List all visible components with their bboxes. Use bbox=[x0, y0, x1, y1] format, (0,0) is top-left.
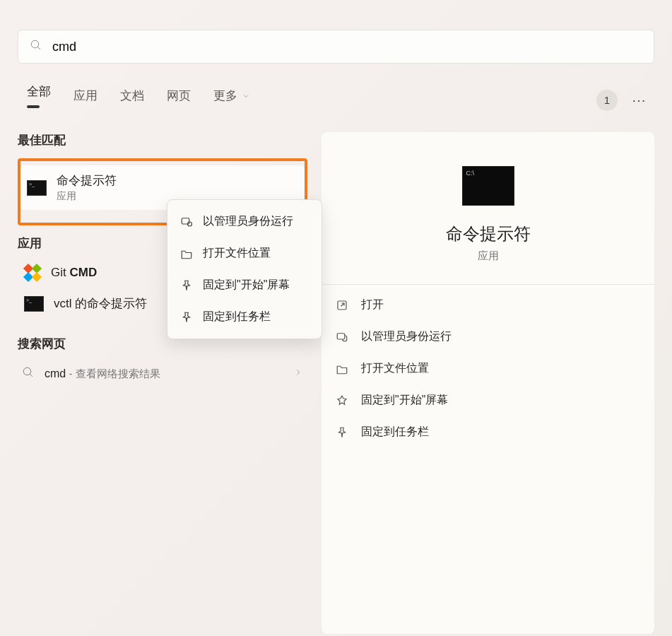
detail-title: 命令提示符 bbox=[322, 223, 654, 245]
open-icon bbox=[336, 299, 348, 312]
detail-app-icon bbox=[462, 166, 514, 206]
folder-icon bbox=[180, 247, 193, 260]
action-open[interactable]: 打开 bbox=[330, 289, 646, 321]
svg-line-1 bbox=[37, 47, 40, 49]
action-pin-start-label: 固定到"开始"屏幕 bbox=[361, 393, 448, 408]
tab-web[interactable]: 网页 bbox=[167, 88, 191, 112]
cmd-icon bbox=[24, 296, 44, 312]
search-input[interactable] bbox=[52, 40, 642, 54]
detail-pane: 命令提示符 应用 打开 以管理员身份运行 打开文件位置 固定到"开始"屏幕 固定… bbox=[322, 132, 654, 634]
ctx-run-admin-label: 以管理员身份运行 bbox=[203, 214, 293, 229]
action-run-admin-label: 以管理员身份运行 bbox=[361, 329, 452, 344]
chevron-down-icon bbox=[242, 92, 250, 100]
tab-docs[interactable]: 文档 bbox=[120, 88, 144, 112]
ctx-pin-taskbar-label: 固定到任务栏 bbox=[203, 310, 271, 324]
svg-rect-5 bbox=[337, 333, 345, 338]
action-open-label: 打开 bbox=[361, 298, 384, 312]
best-match-subtitle: 应用 bbox=[57, 190, 117, 203]
action-open-location-label: 打开文件位置 bbox=[361, 361, 429, 376]
tab-more-label: 更多 bbox=[213, 88, 237, 104]
action-pin-taskbar[interactable]: 固定到任务栏 bbox=[330, 416, 646, 448]
ctx-pin-start-label: 固定到"开始"屏幕 bbox=[203, 278, 290, 293]
chevron-right-icon bbox=[293, 367, 303, 380]
pin-icon bbox=[336, 394, 348, 407]
tab-more[interactable]: 更多 bbox=[213, 88, 250, 112]
web-search-result[interactable]: cmd - 查看网络搜索结果 bbox=[18, 358, 307, 390]
pin-icon bbox=[180, 311, 193, 324]
more-options-button[interactable]: ⋯ bbox=[629, 89, 650, 112]
pin-icon bbox=[336, 426, 348, 439]
result-git-cmd-title: Git CMD bbox=[51, 266, 97, 280]
tab-all[interactable]: 全部 bbox=[27, 83, 51, 117]
folder-icon bbox=[336, 363, 348, 375]
ctx-open-location[interactable]: 打开文件位置 bbox=[167, 237, 322, 269]
best-match-title: 命令提示符 bbox=[57, 172, 117, 189]
web-search-text: cmd - 查看网络搜索结果 bbox=[45, 367, 160, 381]
search-bar[interactable] bbox=[18, 30, 654, 64]
shield-icon bbox=[180, 216, 193, 228]
detail-subtitle: 应用 bbox=[322, 249, 654, 263]
notification-badge[interactable]: 1 bbox=[596, 90, 618, 111]
svg-point-2 bbox=[23, 367, 31, 375]
result-vctl-title: vctl 的命令提示符 bbox=[54, 295, 147, 312]
action-pin-start[interactable]: 固定到"开始"屏幕 bbox=[330, 384, 646, 416]
action-pin-taskbar-label: 固定到任务栏 bbox=[361, 425, 429, 440]
git-icon bbox=[24, 264, 41, 281]
search-icon bbox=[30, 39, 42, 54]
svg-point-0 bbox=[31, 40, 39, 48]
ctx-pin-taskbar[interactable]: 固定到任务栏 bbox=[167, 301, 322, 333]
filter-tabs: 全部 应用 文档 网页 更多 1 ⋯ bbox=[27, 83, 654, 117]
ctx-pin-start[interactable]: 固定到"开始"屏幕 bbox=[167, 269, 322, 301]
action-open-location[interactable]: 打开文件位置 bbox=[330, 353, 646, 384]
action-run-admin[interactable]: 以管理员身份运行 bbox=[330, 321, 646, 353]
tab-apps[interactable]: 应用 bbox=[73, 88, 98, 112]
context-menu: 以管理员身份运行 打开文件位置 固定到"开始"屏幕 固定到任务栏 bbox=[167, 199, 322, 339]
svg-line-3 bbox=[30, 374, 33, 377]
pin-icon bbox=[180, 279, 193, 292]
ctx-open-location-label: 打开文件位置 bbox=[203, 246, 271, 261]
cmd-icon bbox=[27, 180, 47, 196]
ctx-run-admin[interactable]: 以管理员身份运行 bbox=[167, 206, 322, 237]
search-icon bbox=[22, 366, 35, 382]
best-match-header: 最佳匹配 bbox=[18, 132, 307, 148]
shield-icon bbox=[336, 331, 348, 343]
